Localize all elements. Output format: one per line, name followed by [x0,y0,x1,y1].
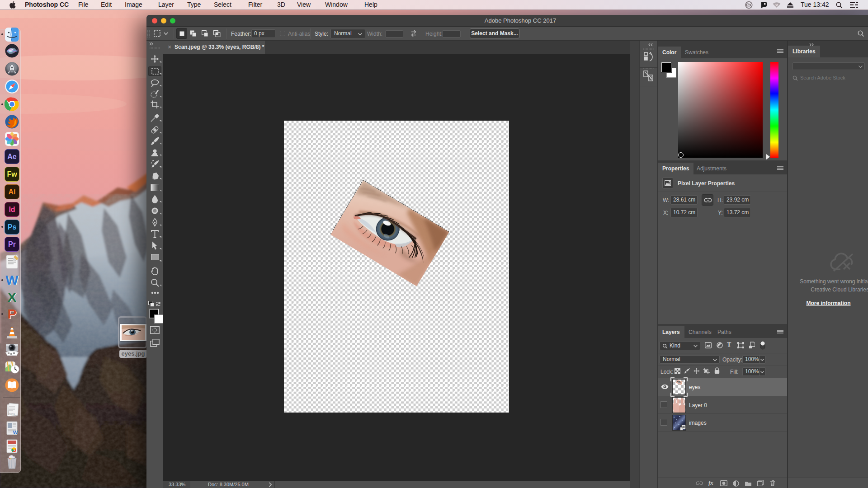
svg-text:DOCK: DOCK [9,413,15,416]
svg-text:W: W [13,430,18,435]
